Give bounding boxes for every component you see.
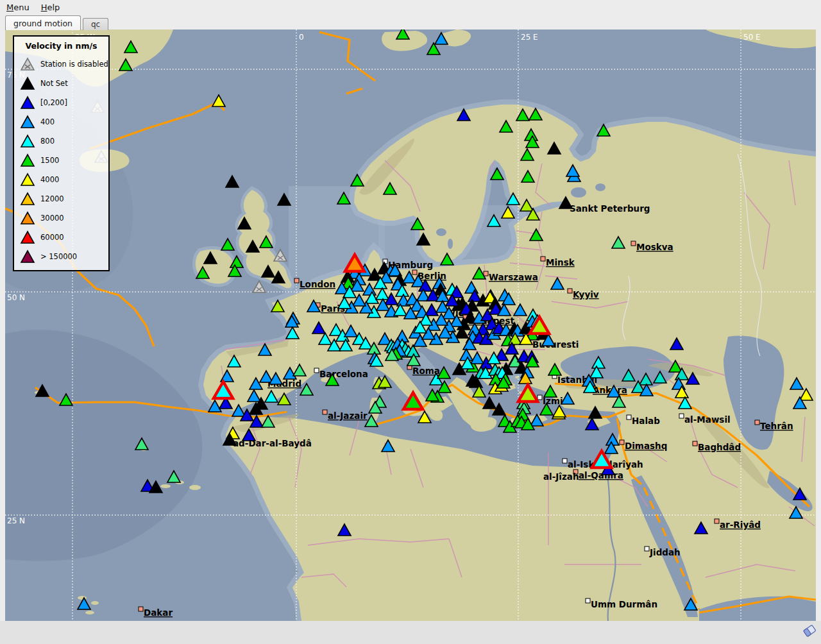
menu-item-menu[interactable]: Menu <box>1 1 35 13</box>
legend-triangle-icon <box>19 95 36 110</box>
city-label: Bucuresti <box>532 339 579 350</box>
app-window: MenuHelp ground motionqc 25 W025 E50 E75… <box>0 0 821 644</box>
city-label: Berlin <box>418 271 446 281</box>
legend-triangle-icon <box>19 249 36 264</box>
legend-item-label: > 150000 <box>40 252 77 261</box>
map-legend: Velocity in nm/s Station is disabledNot … <box>13 35 110 271</box>
legend-title: Velocity in nm/s <box>14 41 108 51</box>
legend-triangle-icon <box>19 210 36 226</box>
legend-triangle-icon <box>19 230 36 245</box>
legend-triangle-icon <box>19 153 36 168</box>
tab-qc[interactable]: qc <box>83 18 108 30</box>
legend-triangle-icon <box>19 172 36 187</box>
legend-item-label: [0,200] <box>40 98 67 107</box>
city-label: Halab <box>632 416 660 426</box>
svg-text:0: 0 <box>299 33 304 42</box>
package-icon <box>802 623 817 641</box>
city-label: Warszawa <box>489 272 538 282</box>
legend-item: 1500 <box>14 151 108 170</box>
svg-text:25 N: 25 N <box>7 516 25 525</box>
city-label: Moskva <box>636 242 673 252</box>
tab-bar: ground motionqc <box>5 15 108 30</box>
city-label: al-Qahira <box>579 470 623 480</box>
legend-item-label: 800 <box>40 137 55 146</box>
svg-text:50 N: 50 N <box>7 293 25 302</box>
legend-item: Station is disabled <box>14 55 108 74</box>
city-label: London <box>300 279 335 289</box>
legend-item: > 150000 <box>14 247 108 266</box>
city-label: Minsk <box>546 257 575 267</box>
legend-item: 4000 <box>14 170 108 189</box>
tab-ground-motion[interactable]: ground motion <box>5 15 81 30</box>
city-label: Jiddah <box>649 547 681 557</box>
status-bar <box>0 621 821 644</box>
svg-text:50 E: 50 E <box>743 33 761 42</box>
legend-triangle-icon <box>19 133 36 149</box>
legend-item: 12000 <box>14 189 108 208</box>
legend-item-label: Not Set <box>40 79 68 88</box>
legend-item-label: 1500 <box>40 156 59 165</box>
legend-triangle-icon <box>19 76 36 91</box>
city-label: al-Jîzah <box>543 471 579 482</box>
map-view[interactable]: 25 W025 E50 E75 N50 N25 NLondonParisMadr… <box>5 30 816 621</box>
city-label: Kyyiv <box>573 289 599 300</box>
legend-item-label: 60000 <box>40 233 64 242</box>
city-label: Baghdâd <box>698 442 741 452</box>
legend-item-label: Station is disabled <box>40 60 108 69</box>
legend-item-label: 12000 <box>40 194 64 203</box>
svg-text:25 E: 25 E <box>521 33 538 42</box>
city-label: al-Jazair <box>328 411 368 421</box>
legend-item-label: 4000 <box>40 175 59 184</box>
legend-item-label: 400 <box>40 117 55 126</box>
legend-item: [0,200] <box>14 93 108 112</box>
city-label: Tehrân <box>760 421 793 431</box>
city-label: Sankt Peterburg <box>570 203 650 214</box>
city-label: Umm Durmân <box>591 599 657 609</box>
legend-triangle-icon <box>19 56 36 72</box>
legend-item-label: 30000 <box>40 214 64 223</box>
legend-item: Not Set <box>14 74 108 93</box>
menu-item-help[interactable]: Help <box>36 1 65 13</box>
city-label: ar-Riyâd <box>720 520 761 530</box>
legend-item: 60000 <box>14 228 108 247</box>
legend-triangle-icon <box>19 114 36 130</box>
legend-item: 800 <box>14 131 108 151</box>
city-label: al-Mawsil <box>684 414 731 425</box>
legend-item: 400 <box>14 112 108 131</box>
city-label: Barcelona <box>319 369 368 379</box>
legend-triangle-icon <box>19 191 36 207</box>
city-label: Dimashq <box>625 441 667 451</box>
menu-bar: MenuHelp <box>0 0 821 14</box>
legend-item: 30000 <box>14 208 108 228</box>
city-label: Dakar <box>144 607 173 618</box>
